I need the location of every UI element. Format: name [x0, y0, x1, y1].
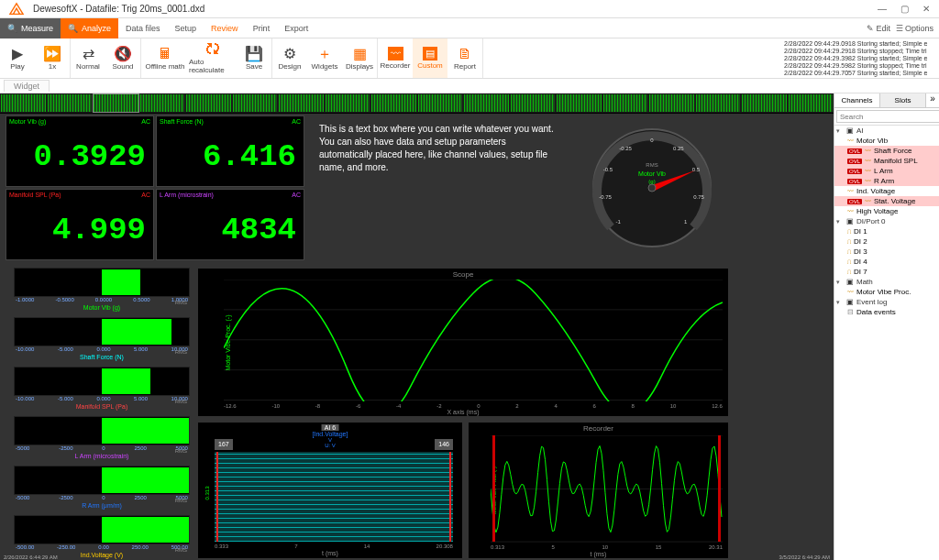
tab-measure[interactable]: 🔍 Measure [0, 18, 61, 38]
chevron-down-icon: ▾ [836, 127, 844, 135]
tab-setup[interactable]: Setup [168, 18, 204, 38]
tree-group-math[interactable]: ▾▣Math [834, 277, 939, 287]
options-button[interactable]: ☰Options [896, 24, 933, 33]
digital-meter[interactable]: Motor Vib (g)AC 0.3929 [6, 115, 154, 187]
channel-item[interactable]: OVL 〰 Shaft Force [834, 146, 939, 156]
tab-data-files[interactable]: Data files [118, 18, 168, 38]
window-close-icon[interactable]: ✕ [921, 4, 932, 15]
channel-item[interactable]: OVL 〰 Manifold SPL [834, 156, 939, 166]
bar-meter[interactable]: RMS -10.000-5.0000.0005.00010.000 Manifo… [14, 367, 190, 414]
chevron-down-icon: ▾ [836, 279, 844, 286]
meter-channel-label: Manifold SPL (Pa) [9, 192, 61, 198]
time-overview-strip[interactable]: 2/26/2022 6:44:29 AM 3/5/2022 6:44:29 AM [0, 93, 834, 114]
tab-print[interactable]: Print [246, 18, 278, 38]
info-textbox[interactable]: This is a text box where you can write w… [312, 115, 569, 260]
displays-button[interactable]: ▦Displays [342, 38, 377, 78]
sidebar-tab-channels[interactable]: Channels [834, 93, 880, 107]
channel-item[interactable]: ⎍DI 3 [834, 247, 939, 257]
digital-icon: ⎍ [847, 238, 851, 245]
bar-meter[interactable]: RMS -1.0000-0.50000.00000.50001.0000 Mot… [14, 268, 190, 315]
channel-item[interactable]: ⎍DI 1 [834, 226, 939, 236]
play-button[interactable]: ▶Play [0, 38, 35, 78]
bar-meter-label: Manifold SPL (Pa) [14, 403, 190, 410]
tab-analyze[interactable]: 🔍 Analyze [61, 18, 118, 38]
channel-item[interactable]: OVL 〰 L Arm [834, 166, 939, 176]
bar-meter[interactable]: RMS -500.00-250.000.00250.00500.00 Ind.V… [14, 515, 190, 560]
overload-badge: OVL [847, 159, 862, 164]
channel-item[interactable]: ⎍DI 4 [834, 257, 939, 267]
tab-review[interactable]: Review [204, 18, 246, 38]
digital-meter[interactable]: Shaft Force (N)AC 6.416 [156, 115, 304, 187]
sound-button[interactable]: 🔇Sound [105, 38, 140, 78]
recorder-display-button[interactable]: 〰Recorder [378, 38, 413, 78]
search-icon: 🔍 [7, 24, 17, 33]
channel-item[interactable]: ⎍DI 7 [834, 267, 939, 277]
refresh-icon: 🗘 [205, 42, 220, 57]
digital-meter-grid: Motor Vib (g)AC 0.3929 Shaft Force (N)AC… [6, 115, 304, 260]
design-button[interactable]: ⚙Design [272, 38, 307, 78]
save-button[interactable]: 💾Save [237, 38, 271, 78]
toolbar: ▶Play ⏩1x ⇄Normal 🔇Sound 🖩Offline math 🗘… [0, 38, 939, 79]
sidebar-collapse-icon[interactable]: » [926, 93, 939, 107]
widgets-button[interactable]: ＋Widgets [307, 38, 342, 78]
folder-icon: ▣ [846, 126, 854, 135]
normal-button[interactable]: ⇄Normal [71, 38, 105, 78]
bar-meter-label: Shaft Force (N) [14, 354, 190, 360]
tab-export[interactable]: Export [277, 18, 315, 38]
svg-text:RMS: RMS [646, 162, 657, 168]
svg-text:0.75: 0.75 [693, 194, 704, 200]
custom-display-button[interactable]: ▤Custom [413, 38, 447, 78]
event-log-preview: 2/28/2022 09:44:29.0918 Storing started;… [783, 39, 939, 78]
play-icon: ▶ [12, 47, 23, 61]
edit-button[interactable]: ✎Edit [867, 24, 890, 33]
gear-icon: ⚙ [283, 47, 296, 61]
analog-gauge[interactable]: RMS Motor Vib (g) -1-0.75-0.5-0.2500.250… [576, 115, 728, 260]
meter-value: 4.999 [6, 200, 153, 259]
auto-recalc-button[interactable]: 🗘Auto recalculate [189, 38, 237, 78]
widget-tab[interactable]: Widget [4, 80, 50, 92]
sidebar-tab-slots[interactable]: Slots [880, 93, 926, 107]
meter-mode: AC [292, 118, 301, 125]
svg-text:(g): (g) [648, 179, 655, 184]
channel-item[interactable]: 〰 Ind. Voltage [834, 186, 939, 196]
speed-button[interactable]: ⏩1x [35, 38, 70, 78]
chart-icon: ▤ [423, 47, 437, 60]
channel-search-input[interactable] [836, 110, 939, 123]
meter-mode: AC [141, 192, 150, 198]
channel-tree: ▾▣AI 〰 Motor Vib OVL 〰 Shaft Force OVL 〰… [834, 126, 939, 560]
scope-display[interactable]: Scope Motor Vibe Proc. (-) -12.6-10-8-6-… [197, 268, 729, 417]
bar-meter[interactable]: RMS -5000-2500025005000 L Arm (microstra… [14, 416, 190, 464]
event-icon: ⊟ [847, 308, 854, 316]
tree-group-events[interactable]: ▾▣Event log [834, 297, 939, 307]
digital-meter[interactable]: Manifold SPL (Pa)AC 4.999 [6, 189, 154, 260]
vector-scope-display[interactable]: AI 6 [Ind.Voltage] V U: V 167 146 0.313 … [197, 422, 463, 559]
channel-item[interactable]: 〰 High Voltage [834, 206, 939, 216]
channel-item[interactable]: 〰 Motor Vib [834, 136, 939, 146]
report-display-button[interactable]: 🗎Report [447, 38, 482, 78]
meter-value: 6.416 [157, 126, 304, 186]
recorder-display[interactable]: Recorder Motor Vibe Proc. (-) 0.31351015… [468, 422, 729, 559]
svg-text:-1: -1 [616, 219, 622, 225]
channel-item[interactable]: 〰Motor Vibe Proc. [834, 287, 939, 297]
offline-math-button[interactable]: 🖩Offline math [141, 38, 189, 78]
channel-item[interactable]: ⎍DI 2 [834, 236, 939, 247]
window-minimize-icon[interactable]: — [877, 4, 888, 15]
svg-text:0.25: 0.25 [673, 146, 684, 151]
window-maximize-icon[interactable]: ▢ [899, 4, 910, 15]
overload-badge: OVL [847, 199, 862, 204]
channel-item[interactable]: OVL 〰 R Arm [834, 176, 939, 186]
display-canvas: 2/26/2022 6:44:29 AM 3/5/2022 6:44:29 AM… [0, 93, 834, 560]
bar-meter[interactable]: RMS -10.000-5.0000.0005.00010.000 Shaft … [14, 317, 190, 365]
vect-xticks: 0.33371420.308 [215, 544, 453, 549]
bar-meter[interactable]: RMS -5000-2500025005000 R Arm (μm/m) [14, 466, 190, 513]
tree-group-ai[interactable]: ▾▣AI [834, 126, 939, 136]
digital-meter[interactable]: L Arm (microstrain)AC 4834 [156, 189, 304, 260]
tree-group-di[interactable]: ▾▣DI/Port 0 [834, 216, 939, 226]
signal-icon: 〰 [865, 148, 871, 154]
bar-meter-label: Motor Vib (g) [14, 304, 190, 311]
bar-meter-label: R Arm (μm/m) [14, 502, 190, 509]
save-icon: 💾 [245, 47, 263, 61]
cursor-bar [492, 435, 495, 542]
channel-item[interactable]: OVL 〰 Stat. Voltage [834, 196, 939, 206]
channel-item[interactable]: ⊟Data events [834, 307, 939, 317]
